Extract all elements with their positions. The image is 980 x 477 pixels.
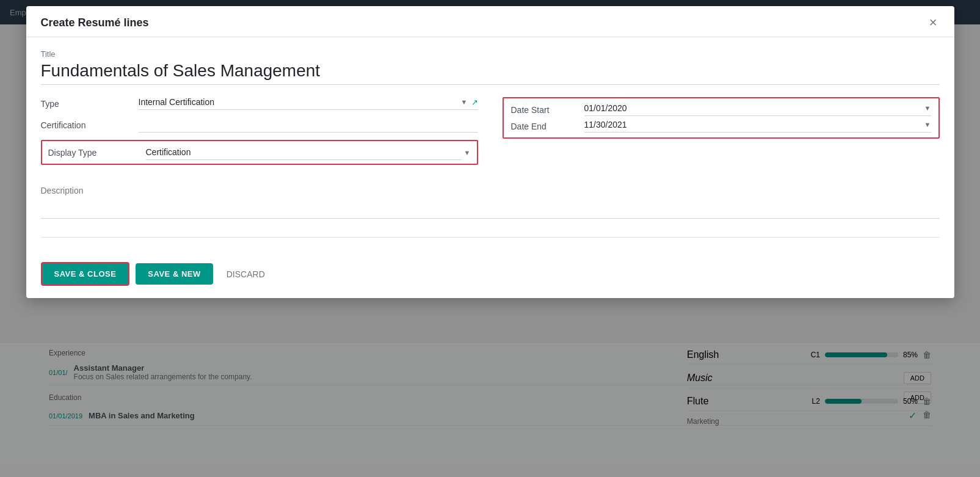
display-type-dropdown-arrow: ▼ [464,149,471,156]
discard-button[interactable]: DISCARD [219,263,272,285]
modal-header: Create Resumé lines × [26,6,954,37]
type-value: Internal Certification ▼ ↗ [139,97,478,110]
modal-dialog: Create Resumé lines × Title Type [26,6,954,298]
date-start-input[interactable] [584,103,924,113]
save-close-button[interactable]: SAVE & CLOSE [41,262,130,286]
date-start-value-wrapper: ▼ [584,103,931,116]
type-select[interactable]: Internal Certification [139,97,459,107]
date-end-label: Date End [511,122,584,131]
date-fields-box: Date Start ▼ Date End ▼ [503,97,940,139]
title-label: Title [41,49,940,59]
certification-label: Certification [41,120,139,130]
form-left: Type Internal Certification ▼ ↗ [41,97,478,172]
type-dropdown-arrow: ▼ [461,98,468,106]
display-type-value: Certification Experience Education ▼ [146,145,471,160]
certification-input[interactable] [139,117,478,133]
date-end-input[interactable] [584,120,924,129]
footer-divider [41,237,940,238]
date-end-value-wrapper: ▼ [584,120,931,133]
save-new-button[interactable]: SAVE & NEW [136,263,212,285]
display-type-select[interactable]: Certification Experience Education [146,145,462,160]
close-button[interactable]: × [927,16,940,29]
type-row: Type Internal Certification ▼ ↗ [41,97,478,110]
modal-title: Create Resumé lines [41,16,149,29]
modal-overlay: Create Resumé lines × Title Type [0,0,980,477]
form-grid: Type Internal Certification ▼ ↗ [41,97,940,172]
title-input[interactable] [41,61,940,85]
display-type-row: Display Type Certification Experience Ed… [41,140,478,165]
description-textarea[interactable] [41,182,940,219]
date-start-label: Date Start [511,105,584,115]
type-label: Type [41,99,139,109]
date-start-dropdown-arrow: ▼ [924,104,931,112]
form-right: Date Start ▼ Date End ▼ [503,97,940,172]
modal-footer: SAVE & CLOSE SAVE & NEW DISCARD [26,262,954,298]
date-end-row: Date End ▼ [511,120,931,133]
certification-row: Certification [41,117,478,133]
certification-value [139,117,478,133]
type-select-wrapper: Internal Certification ▼ ↗ [139,97,478,110]
display-type-label: Display Type [48,148,146,158]
modal-body: Title Type Internal Certification [26,37,954,262]
type-external-link-icon[interactable]: ↗ [471,98,478,107]
date-end-dropdown-arrow: ▼ [924,121,931,128]
date-start-row: Date Start ▼ [511,103,931,116]
